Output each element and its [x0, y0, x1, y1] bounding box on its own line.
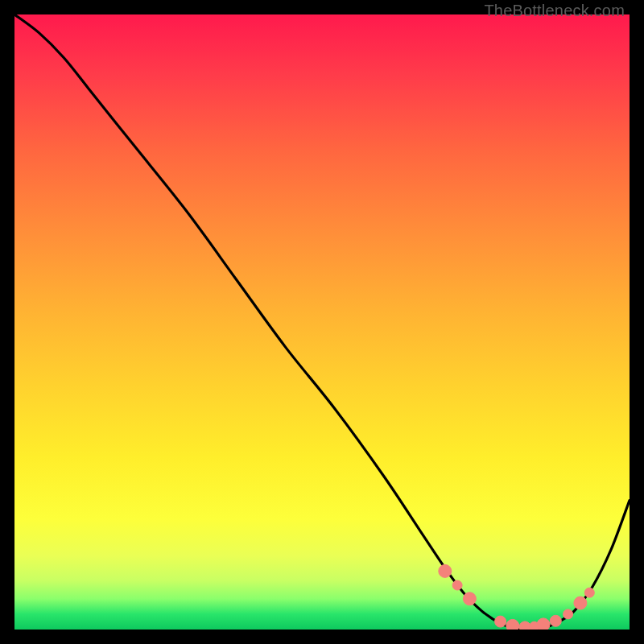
plot-area [14, 14, 630, 630]
curve-marker [495, 616, 506, 627]
curve-marker [574, 597, 587, 609]
bottleneck-curve [14, 14, 630, 630]
curve-marker [564, 609, 573, 619]
curve-marker [463, 592, 476, 605]
curve-marker [452, 580, 462, 590]
curve-marker [584, 588, 594, 597]
chart-frame: TheBottleneck.com [0, 0, 644, 644]
curve-marker [439, 564, 452, 577]
curve-marker [519, 621, 530, 630]
curve-markers [439, 564, 595, 630]
curve-marker [506, 619, 519, 630]
curve-marker [550, 615, 561, 626]
curve-marker [537, 618, 550, 630]
watermark-text: TheBottleneck.com [484, 2, 625, 20]
chart-svg [14, 14, 630, 630]
